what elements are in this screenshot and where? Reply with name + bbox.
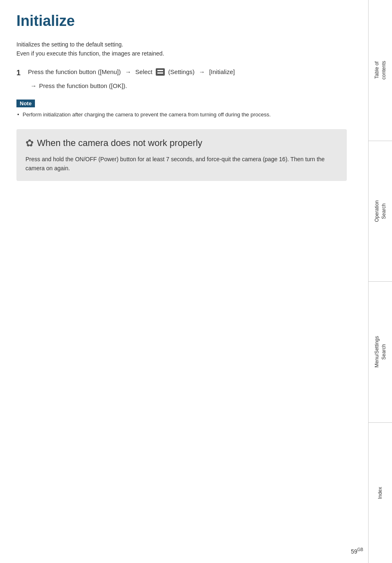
page-description: Initializes the setting to the default s… [16,40,347,58]
arrow-1: → [125,68,131,75]
settings-icon [156,68,165,76]
page-title: Initialize [16,12,347,32]
step-number-1: 1 [16,67,24,79]
note-label: Note [16,100,35,107]
step-1-initialize: [Initialize] [209,68,235,75]
tip-icon: ✿ [25,137,34,149]
step-1-ok: Press the function button ([OK]). [39,81,127,91]
arrow-3: → [30,81,37,91]
note-section: Note Perform initialization after chargi… [16,100,347,119]
page-number-suffix: GB [357,547,363,552]
sidebar-label-table-of-contents: Table ofcontents [374,61,387,79]
page-number-value: 59 [351,548,357,555]
sidebar-item-table-of-contents[interactable]: Table ofcontents [369,0,392,141]
step-1-container: 1 Press the function button ([Menu]) → S… [16,67,347,91]
sidebar-label-operation-search: OperationSearch [374,200,387,222]
tip-box: ✿ When the camera does not work properly… [16,129,347,181]
step-1-select: Select [135,68,152,75]
sidebar-item-index[interactable]: Index [369,423,392,563]
description-line2: Even if you execute this function, the i… [16,50,164,57]
step-1-row: 1 Press the function button ([Menu]) → S… [16,67,347,79]
arrow-2: → [199,68,205,75]
sidebar: Table ofcontents OperationSearch Menu/Se… [368,0,392,563]
description-line1: Initializes the setting to the default s… [16,41,123,48]
sidebar-item-operation-search[interactable]: OperationSearch [369,141,392,282]
sidebar-label-index: Index [377,487,384,499]
step-1-indent: → Press the function button ([OK]). [16,81,347,91]
sidebar-item-menu-settings-search[interactable]: Menu/SettingsSearch [369,282,392,423]
tip-title: ✿ When the camera does not work properly [25,137,338,149]
page-number: 59GB [351,547,363,555]
step-1-prefix: Press the function button ([Menu]) [28,68,121,75]
tip-body: Press and hold the ON/OFF (Power) button… [25,155,338,173]
sidebar-label-menu-settings-search: Menu/SettingsSearch [374,336,387,368]
note-text: Perform initialization after charging th… [16,111,347,119]
tip-title-text: When the camera does not work properly [37,138,202,148]
step-1-text: Press the function button ([Menu]) → Sel… [28,67,235,77]
step-1-settings: (Settings) [168,68,194,75]
